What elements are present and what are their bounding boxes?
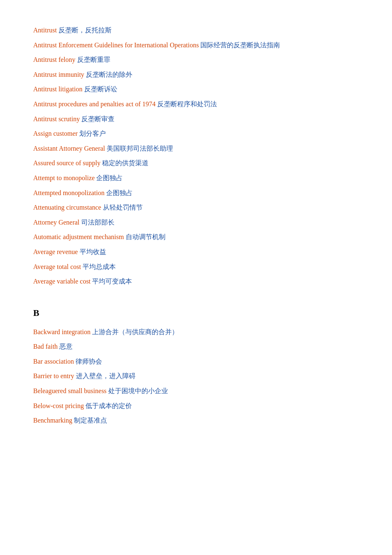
entry-en-attorney-general: Attorney General: [33, 219, 80, 226]
entry-zh-assign-customer: 划分客户: [78, 130, 106, 137]
entry-en-antitrust-procedures: Antitrust procedures and penalties act o…: [33, 100, 156, 108]
entry-en-benchmarking: Benchmarking: [33, 417, 72, 424]
entry-antitrust-enforcement: Antitrust Enforcement Guidelines for Int…: [33, 40, 359, 51]
entry-en-below-cost-pricing: Below-cost pricing: [33, 402, 84, 409]
entry-en-assured-source: Assured source of supply: [33, 159, 100, 166]
entry-antitrust-scrutiny: Antitrust scrutiny 反垄断审查: [33, 114, 359, 125]
entry-antitrust-litigation: Antitrust litigation 反垄断诉讼: [33, 84, 359, 95]
entry-en-attempted-monopolization: Attempted monopolization: [33, 189, 105, 196]
entry-antitrust-immunity: Antitrust immunity 反垄断法的除外: [33, 69, 359, 80]
entry-en-beleaguered: Beleaguered small business: [33, 387, 107, 394]
entry-en-antitrust-enforcement: Antitrust Enforcement Guidelines for Int…: [33, 42, 199, 49]
entry-attorney-general: Attorney General 司法部部长: [33, 217, 359, 228]
entry-zh-assured-source: 稳定的供货渠道: [100, 159, 149, 166]
entry-zh-bar-association: 律师协会: [74, 358, 102, 365]
entry-en-attempt-monopolize: Attempt to monopolize: [33, 174, 95, 181]
entry-zh-attorney-general: 司法部部长: [80, 219, 114, 226]
entry-zh-average-variable-cost: 平均可变成本: [90, 278, 132, 285]
entry-zh-attenuating: 从轻处罚情节: [101, 204, 143, 211]
entry-assign-customer: Assign customer 划分客户: [33, 128, 359, 139]
entry-bad-faith: Bad faith 恶意: [33, 341, 359, 352]
entry-zh-barrier-to-entry: 进入壁垒，进入障碍: [74, 372, 136, 379]
entry-zh-backward-integration: 上游合并（与供应商的合并）: [90, 328, 178, 335]
entry-en-backward-integration: Backward integration: [33, 328, 90, 335]
entry-average-revenue: Average revenue 平均收益: [33, 247, 359, 257]
entry-bar-association: Bar association 律师协会: [33, 356, 359, 367]
main-content: Antitrust 反垄断，反托拉斯Antitrust Enforcement …: [33, 25, 359, 426]
entry-backward-integration: Backward integration 上游合并（与供应商的合并）: [33, 327, 359, 337]
entry-beleaguered: Beleaguered small business 处于困境中的小企业: [33, 386, 359, 396]
entry-en-antitrust-felony: Antitrust felony: [33, 56, 75, 63]
entry-zh-attempted-monopolization: 企图独占: [105, 189, 133, 196]
entry-zh-antitrust-enforcement: 国际经营的反垄断执法指南: [199, 42, 280, 49]
entry-en-assign-customer: Assign customer: [33, 130, 78, 137]
entry-en-average-variable-cost: Average variable cost: [33, 278, 90, 285]
entry-zh-benchmarking: 制定基准点: [72, 417, 107, 424]
entry-en-antitrust-litigation: Antitrust litigation: [33, 86, 83, 93]
entry-below-cost-pricing: Below-cost pricing 低于成本的定价: [33, 401, 359, 411]
entry-zh-average-revenue: 平均收益: [78, 248, 106, 255]
entry-barrier-to-entry: Barrier to entry 进入壁垒，进入障碍: [33, 371, 359, 381]
entry-en-automatic-adjustment: Automatic adjustment mechanism: [33, 233, 124, 240]
entry-automatic-adjustment: Automatic adjustment mechanism 自动调节机制: [33, 232, 359, 242]
entry-zh-antitrust: 反垄断，反托拉斯: [57, 27, 112, 34]
entry-zh-bad-faith: 恶意: [58, 343, 73, 350]
entry-en-antitrust-scrutiny: Antitrust scrutiny: [33, 115, 80, 122]
entry-zh-antitrust-immunity: 反垄断法的除外: [84, 71, 132, 78]
entry-antitrust-procedures: Antitrust procedures and penalties act o…: [33, 99, 359, 110]
entry-en-average-revenue: Average revenue: [33, 248, 78, 255]
entry-zh-attempt-monopolize: 企图独占: [95, 174, 123, 181]
entry-zh-automatic-adjustment: 自动调节机制: [124, 233, 166, 240]
entry-en-attenuating: Attenuating circumstance: [33, 204, 101, 211]
entry-zh-below-cost-pricing: 低于成本的定价: [84, 402, 132, 409]
entry-zh-average-total-cost: 平均总成本: [81, 263, 116, 270]
entry-attenuating: Attenuating circumstance 从轻处罚情节: [33, 202, 359, 213]
entry-en-barrier-to-entry: Barrier to entry: [33, 372, 74, 379]
entry-attempt-monopolize: Attempt to monopolize 企图独占: [33, 173, 359, 183]
entry-en-bar-association: Bar association: [33, 358, 74, 365]
entry-zh-beleaguered: 处于困境中的小企业: [107, 387, 168, 394]
entry-zh-antitrust-procedures: 反垄断程序和处罚法: [156, 100, 217, 108]
entry-en-average-total-cost: Average total cost: [33, 263, 81, 270]
entry-benchmarking: Benchmarking 制定基准点: [33, 415, 359, 426]
entry-zh-antitrust-felony: 反垄断重罪: [75, 56, 110, 63]
entry-assistant-attorney: Assistant Attorney General 美国联邦司法部长助理: [33, 143, 359, 154]
entry-antitrust: Antitrust 反垄断，反托拉斯: [33, 25, 359, 36]
entry-average-total-cost: Average total cost 平均总成本: [33, 262, 359, 272]
entry-zh-antitrust-litigation: 反垄断诉讼: [83, 86, 117, 93]
entry-en-bad-faith: Bad faith: [33, 343, 58, 350]
entry-en-antitrust-immunity: Antitrust immunity: [33, 71, 84, 78]
entry-average-variable-cost: Average variable cost 平均可变成本: [33, 276, 359, 287]
entry-zh-assistant-attorney: 美国联邦司法部长助理: [105, 145, 173, 152]
entry-en-assistant-attorney: Assistant Attorney General: [33, 145, 105, 152]
entry-zh-antitrust-scrutiny: 反垄断审查: [80, 115, 114, 122]
section-header-b: B: [33, 308, 359, 318]
entry-attempted-monopolization: Attempted monopolization 企图独占: [33, 188, 359, 198]
entry-en-antitrust: Antitrust: [33, 27, 57, 34]
entry-antitrust-felony: Antitrust felony 反垄断重罪: [33, 54, 359, 65]
entry-assured-source: Assured source of supply 稳定的供货渠道: [33, 158, 359, 169]
